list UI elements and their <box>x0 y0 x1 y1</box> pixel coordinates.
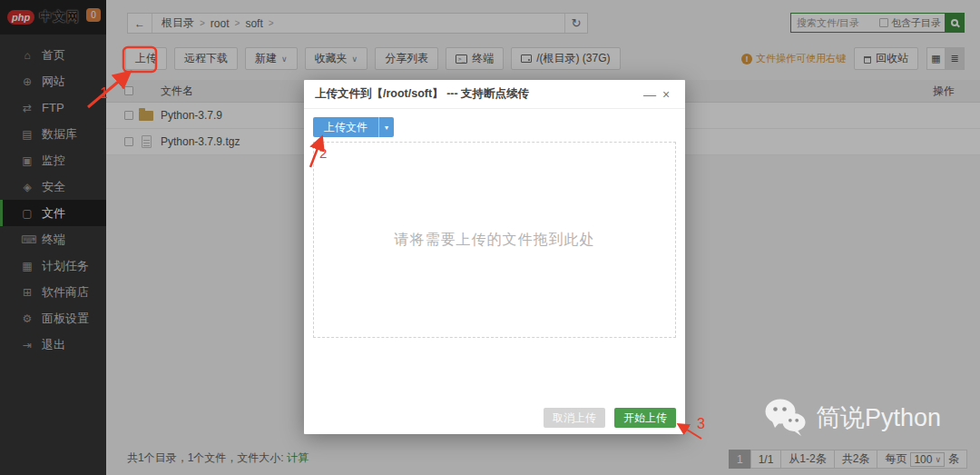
upload-file-split-button[interactable]: 上传文件 ▾ <box>313 117 394 137</box>
chevron-down-icon: ▾ <box>385 124 388 132</box>
cancel-upload-button[interactable]: 取消上传 <box>544 408 605 428</box>
upload-dialog: 上传文件到【/root/soft】 --- 支持断点续传 — × 上传文件 ▾ … <box>304 80 685 434</box>
close-icon[interactable]: × <box>658 87 674 102</box>
dropzone-hint: 请将需要上传的文件拖到此处 <box>395 231 595 250</box>
dialog-title: 上传文件到【/root/soft】 --- 支持断点续传 <box>315 86 642 102</box>
upload-dropdown-toggle[interactable]: ▾ <box>378 117 394 137</box>
start-upload-button[interactable]: 开始上传 <box>614 408 676 428</box>
dialog-titlebar: 上传文件到【/root/soft】 --- 支持断点续传 — × <box>304 80 685 109</box>
bt-panel-app: php 中文网 0 ⌂首页 ⊕网站 ⇄FTP ▤数据库 ▣监控 ◈安全 ▢文件 … <box>0 0 980 475</box>
file-dropzone[interactable]: 请将需要上传的文件拖到此处 <box>313 142 676 338</box>
dialog-footer: 取消上传 开始上传 <box>544 408 676 428</box>
minimize-button[interactable]: — <box>642 87 658 102</box>
upload-file-button[interactable]: 上传文件 <box>313 120 378 135</box>
